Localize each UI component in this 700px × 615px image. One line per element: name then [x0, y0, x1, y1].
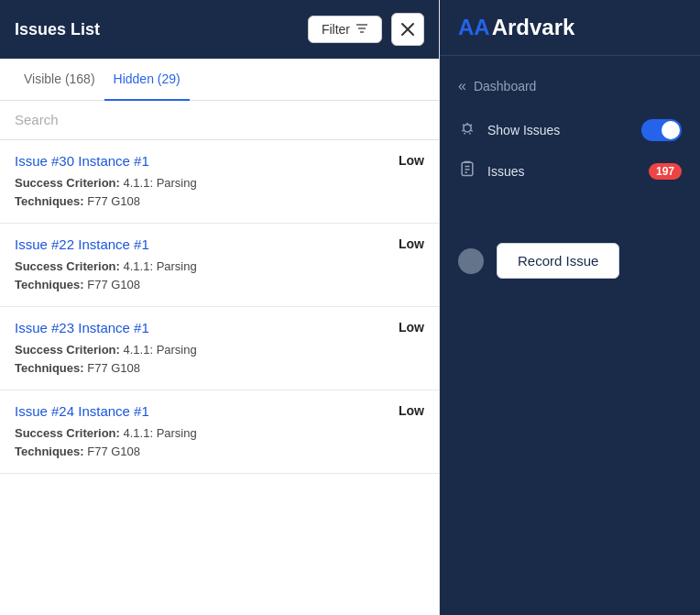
search-input[interactable] [15, 112, 424, 127]
tab-hidden[interactable]: Hidden (29) [104, 59, 190, 101]
logo-bar: AA Ardvark [440, 0, 700, 56]
clipboard-icon [458, 159, 476, 182]
dashboard-label: Dashboard [474, 79, 537, 93]
nav-item-left: Show Issues [458, 118, 560, 141]
issue-title[interactable]: Issue #22 Instance #1 [15, 236, 149, 252]
filter-icon [355, 22, 368, 37]
record-issue-section: Record Issue [440, 225, 700, 297]
tabs-bar: Visible (168) Hidden (29) [0, 59, 439, 101]
close-button[interactable] [391, 13, 424, 46]
issue-severity: Low [399, 320, 424, 335]
issue-severity: Low [399, 153, 424, 168]
back-arrow-icon: « [458, 78, 466, 94]
filter-button[interactable]: Filter [308, 16, 382, 43]
right-panel: AA Ardvark « Dashboard [440, 0, 700, 615]
logo-name: Ardvark [492, 15, 575, 40]
list-item: Issue #30 Instance #1 Low Success Criter… [0, 140, 439, 224]
search-container [0, 101, 439, 140]
bug-icon [458, 118, 476, 141]
nav-item-show-issues[interactable]: Show Issues [440, 109, 700, 150]
issue-detail: Success Criterion: 4.1.1: Parsing Techni… [15, 258, 424, 293]
issue-title[interactable]: Issue #23 Instance #1 [15, 320, 149, 335]
issue-detail: Success Criterion: 4.1.1: Parsing Techni… [15, 341, 424, 377]
nav-item-issues[interactable]: Issues 197 [440, 150, 700, 192]
issue-detail: Success Criterion: 4.1.1: Parsing Techni… [15, 174, 424, 210]
header-actions: Filter [308, 13, 424, 46]
show-issues-toggle[interactable] [641, 119, 682, 141]
logo-aa: AA [458, 15, 490, 40]
issues-scroll[interactable]: Issue #30 Instance #1 Low Success Criter… [0, 140, 439, 615]
left-panel: Issues List Filter [0, 0, 440, 615]
list-item: Issue #24 Instance #1 Low Success Criter… [0, 390, 439, 474]
issue-top-row: Issue #22 Instance #1 Low [15, 236, 424, 252]
list-item: Issue #23 Instance #1 Low Success Criter… [0, 307, 439, 390]
issue-top-row: Issue #30 Instance #1 Low [15, 153, 424, 169]
toggle-knob [662, 121, 680, 139]
left-header: Issues List Filter [0, 0, 439, 59]
issue-severity: Low [399, 403, 424, 418]
issue-severity: Low [399, 236, 424, 251]
issues-label: Issues [487, 164, 524, 179]
record-issue-button[interactable]: Record Issue [497, 243, 619, 279]
logo: AA Ardvark [458, 15, 682, 40]
tab-visible[interactable]: Visible (168) [15, 59, 104, 101]
record-circle-icon [458, 248, 484, 274]
nav-back-dashboard[interactable]: « Dashboard [440, 71, 700, 102]
issue-top-row: Issue #24 Instance #1 Low [15, 403, 424, 419]
show-issues-label: Show Issues [487, 123, 560, 137]
issues-list-title: Issues List [15, 20, 100, 39]
list-item: Issue #22 Instance #1 Low Success Criter… [0, 224, 439, 307]
sidebar-nav: « Dashboard Show Is [440, 56, 700, 206]
issue-title[interactable]: Issue #30 Instance #1 [15, 153, 149, 169]
nav-item-left: Issues [458, 159, 524, 182]
issue-top-row: Issue #23 Instance #1 Low [15, 320, 424, 335]
issues-badge: 197 [649, 163, 682, 180]
issue-title[interactable]: Issue #24 Instance #1 [15, 403, 149, 419]
issue-detail: Success Criterion: 4.1.1: Parsing Techni… [15, 424, 424, 460]
filter-label: Filter [322, 22, 350, 37]
